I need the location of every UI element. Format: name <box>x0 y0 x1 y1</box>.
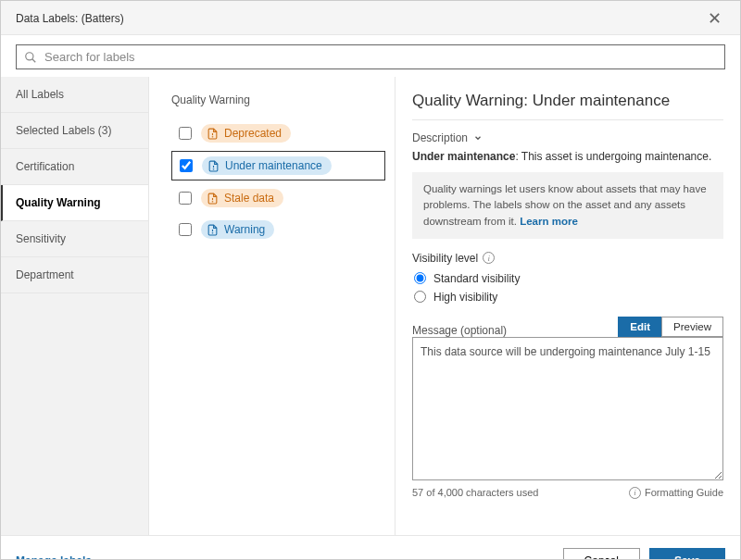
detail-title: Quality Warning: Under maintenance <box>412 92 723 120</box>
footer-buttons: Cancel Save <box>563 548 725 561</box>
radio-standard-visibility[interactable]: Standard visibility <box>414 272 723 285</box>
sidebar-item-label: Selected Labels (3) <box>16 124 111 137</box>
sidebar-item-label: Certification <box>16 160 74 173</box>
svg-point-0 <box>26 52 33 59</box>
label-checkbox[interactable] <box>179 223 192 236</box>
svg-point-9 <box>212 232 213 233</box>
sidebar-item-label: Department <box>16 268 74 281</box>
label-checkbox[interactable] <box>179 127 192 140</box>
message-label: Message (optional) <box>412 324 507 337</box>
description-label: Description <box>412 131 468 144</box>
manage-labels-link[interactable]: Manage labels <box>16 554 92 561</box>
sidebar-item-certification[interactable]: Certification <box>1 149 148 185</box>
info-icon: i <box>629 487 641 499</box>
cancel-button[interactable]: Cancel <box>563 548 640 561</box>
sidebar-item-label: Sensitivity <box>16 232 66 245</box>
sidebar-item-label: Quality Warning <box>16 196 101 209</box>
description-toggle[interactable]: Description <box>412 131 723 144</box>
tab-preview[interactable]: Preview <box>661 317 723 337</box>
svg-point-5 <box>213 168 214 169</box>
radio-high-visibility[interactable]: High visibility <box>414 291 723 304</box>
visibility-label: Visibility level <box>412 252 478 265</box>
sidebar-item-label: All Labels <box>16 88 64 101</box>
search-wrap <box>1 35 740 77</box>
label-row-deprecated[interactable]: Deprecated <box>171 119 385 147</box>
char-row: 57 of 4,000 characters used i Formatting… <box>412 487 723 499</box>
label-row-warning[interactable]: Warning <box>171 216 385 243</box>
radio-input[interactable] <box>414 291 426 303</box>
edit-preview-tabs: Edit Preview <box>618 317 723 337</box>
radio-label: High visibility <box>433 291 497 304</box>
label-pill-text: Under maintenance <box>225 159 322 172</box>
label-checkbox[interactable] <box>180 159 193 172</box>
svg-point-3 <box>212 136 213 137</box>
label-pill-text: Stale data <box>224 192 274 205</box>
save-button[interactable]: Save <box>649 548 725 561</box>
tab-edit[interactable]: Edit <box>618 317 661 337</box>
dialog-title: Data Labels: (Batters) <box>16 12 124 25</box>
sidebar-item-department[interactable]: Department <box>1 257 148 293</box>
sidebar-item-all-labels[interactable]: All Labels <box>1 77 148 113</box>
sidebar-item-selected-labels[interactable]: Selected Labels (3) <box>1 113 148 149</box>
warning-doc-icon <box>207 128 219 140</box>
label-pill-text: Warning <box>224 223 265 236</box>
label-pill-text: Deprecated <box>224 127 282 140</box>
close-icon[interactable]: ✕ <box>702 8 727 29</box>
message-header-row: Message (optional) Edit Preview <box>412 317 723 337</box>
description-name: Under maintenance <box>412 150 515 163</box>
description-text: : This asset is undergoing maintenance. <box>515 150 711 163</box>
label-checkbox[interactable] <box>179 192 192 205</box>
warning-doc-icon <box>207 224 219 236</box>
message-textarea[interactable] <box>412 337 723 480</box>
label-row-under-maintenance[interactable]: Under maintenance <box>171 151 385 180</box>
visibility-header: Visibility level i <box>412 252 723 265</box>
search-input[interactable] <box>44 50 717 64</box>
chevron-down-icon <box>473 133 483 143</box>
radio-input[interactable] <box>414 272 426 284</box>
label-list-panel: Quality Warning Deprecated Under mainten… <box>149 77 396 535</box>
info-box: Quality warnings let users know about as… <box>412 172 723 239</box>
svg-line-1 <box>32 58 36 62</box>
warning-doc-icon <box>207 193 219 205</box>
char-count: 57 of 4,000 characters used <box>412 487 538 498</box>
description-line: Under maintenance: This asset is undergo… <box>412 150 723 163</box>
label-pill: Stale data <box>201 189 283 207</box>
warning-doc-icon <box>207 160 220 172</box>
sidebar-item-sensitivity[interactable]: Sensitivity <box>1 221 148 257</box>
label-pill: Under maintenance <box>202 156 332 175</box>
learn-more-link[interactable]: Learn more <box>520 216 578 227</box>
svg-point-7 <box>212 201 213 202</box>
search-box[interactable] <box>16 44 725 69</box>
sidebar: All Labels Selected Labels (3) Certifica… <box>1 77 149 535</box>
radio-label: Standard visibility <box>433 272 520 285</box>
formatting-guide-link[interactable]: i Formatting Guide <box>629 487 723 499</box>
dialog-footer: Manage labels Cancel Save <box>1 535 740 560</box>
formatting-guide-text: Formatting Guide <box>645 487 723 498</box>
label-pill: Deprecated <box>201 124 291 143</box>
label-pill: Warning <box>201 220 274 239</box>
section-title: Quality Warning <box>171 93 385 106</box>
main-area: All Labels Selected Labels (3) Certifica… <box>1 77 740 535</box>
info-icon[interactable]: i <box>483 252 495 264</box>
detail-panel: Quality Warning: Under maintenance Descr… <box>396 77 740 535</box>
dialog-header: Data Labels: (Batters) ✕ <box>1 1 740 35</box>
label-row-stale-data[interactable]: Stale data <box>171 184 385 212</box>
sidebar-item-quality-warning[interactable]: Quality Warning <box>1 185 148 221</box>
search-icon <box>24 51 37 64</box>
